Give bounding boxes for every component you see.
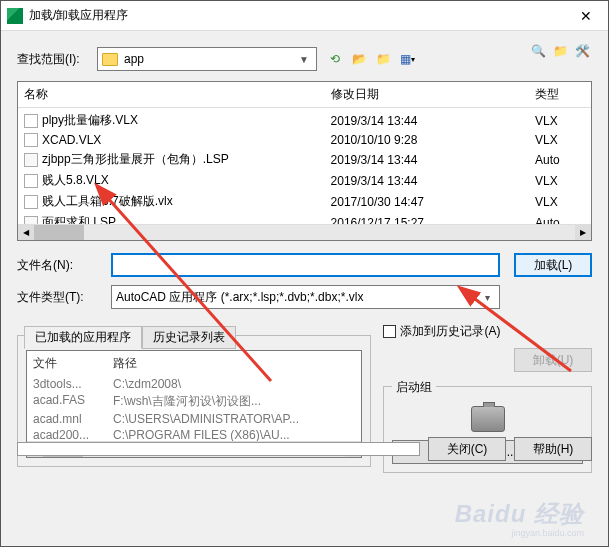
briefcase-icon[interactable] bbox=[471, 406, 505, 432]
scroll-right-icon[interactable]: ▶ bbox=[575, 225, 591, 240]
filetype-combo[interactable]: AutoCAD 应用程序 (*.arx;*.lsp;*.dvb;*.dbx;*.… bbox=[111, 285, 500, 309]
loaded-col-file: 文件 bbox=[33, 355, 113, 372]
file-name: zjbpp三角形批量展开（包角）.LSP bbox=[42, 151, 229, 168]
file-name: 面积求和.LSP bbox=[42, 214, 116, 224]
right-toolbar: 🔍 📁 🛠️ bbox=[528, 41, 592, 61]
file-icon bbox=[24, 153, 38, 167]
loaded-row[interactable]: acad.mnlC:\USERS\ADMINISTRATOR\AP... bbox=[33, 411, 355, 427]
file-icon bbox=[24, 216, 38, 225]
back-icon[interactable]: ⟲ bbox=[325, 49, 345, 69]
folder-icon bbox=[102, 53, 118, 66]
look-in-folder: app bbox=[124, 52, 296, 66]
watermark: Baidu 经验 bbox=[455, 498, 584, 530]
file-type: VLX bbox=[535, 114, 585, 128]
filetype-label: 文件类型(T): bbox=[17, 289, 97, 306]
col-name[interactable]: 名称 bbox=[24, 86, 331, 103]
app-icon bbox=[7, 8, 23, 24]
load-button[interactable]: 加载(L) bbox=[514, 253, 592, 277]
progress-bar bbox=[17, 442, 420, 456]
file-icon bbox=[24, 114, 38, 128]
chevron-down-icon: ▼ bbox=[296, 54, 312, 65]
scroll-left-icon[interactable]: ◀ bbox=[18, 225, 34, 240]
loaded-row[interactable]: acad.FASF:\wsh\吉隆河初设\初设图... bbox=[33, 392, 355, 411]
loaded-file: 3dtools... bbox=[33, 377, 113, 391]
col-date[interactable]: 修改日期 bbox=[331, 86, 535, 103]
filename-input[interactable] bbox=[111, 253, 500, 277]
close-window-button[interactable]: ✕ bbox=[563, 1, 608, 30]
file-date: 2010/10/10 9:28 bbox=[331, 133, 535, 147]
file-date: 2019/3/14 13:44 bbox=[331, 174, 535, 188]
filename-label: 文件名(N): bbox=[17, 257, 97, 274]
file-type: VLX bbox=[535, 133, 585, 147]
close-button[interactable]: 关闭(C) bbox=[428, 437, 506, 461]
find-icon[interactable]: 🔍 bbox=[528, 41, 548, 61]
loaded-path: C:\zdm2008\ bbox=[113, 377, 355, 391]
add-history-checkbox[interactable] bbox=[383, 325, 396, 338]
file-name: 贱人5.8.VLX bbox=[42, 172, 109, 189]
file-name: XCAD.VLX bbox=[42, 133, 101, 147]
col-type[interactable]: 类型 bbox=[535, 86, 585, 103]
chevron-down-icon: ▾ bbox=[479, 292, 495, 303]
new-folder-icon[interactable]: 📁 bbox=[373, 49, 393, 69]
watermark-sub: jingyan.baidu.com bbox=[511, 528, 584, 538]
unload-button: 卸载(U) bbox=[514, 348, 592, 372]
file-row[interactable]: plpy批量偏移.VLX2019/3/14 13:44VLX bbox=[24, 110, 585, 131]
tab-loaded[interactable]: 已加载的应用程序 bbox=[24, 326, 142, 349]
file-type: Auto bbox=[535, 216, 585, 225]
file-date: 2019/3/14 13:44 bbox=[331, 153, 535, 167]
view-icon[interactable]: ▦▾ bbox=[397, 49, 417, 69]
file-list[interactable]: 名称 修改日期 类型 plpy批量偏移.VLX2019/3/14 13:44VL… bbox=[17, 81, 592, 241]
loaded-file: acad.FAS bbox=[33, 393, 113, 410]
up-icon[interactable]: 📂 bbox=[349, 49, 369, 69]
file-type: VLX bbox=[535, 174, 585, 188]
loaded-path: F:\wsh\吉隆河初设\初设图... bbox=[113, 393, 355, 410]
startup-label: 启动组 bbox=[392, 379, 436, 396]
tab-history[interactable]: 历史记录列表 bbox=[142, 326, 236, 349]
file-date: 2017/10/30 14:47 bbox=[331, 195, 535, 209]
look-in-label: 查找范围(I): bbox=[17, 51, 97, 68]
file-type: VLX bbox=[535, 195, 585, 209]
file-icon bbox=[24, 174, 38, 188]
add-history-label: 添加到历史记录(A) bbox=[400, 323, 500, 340]
scroll-thumb[interactable] bbox=[34, 225, 84, 240]
file-row[interactable]: XCAD.VLX2010/10/10 9:28VLX bbox=[24, 131, 585, 149]
file-row[interactable]: 面积求和.LSP2016/12/17 15:27Auto bbox=[24, 212, 585, 224]
folder-tree-icon[interactable]: 📁 bbox=[550, 41, 570, 61]
file-row[interactable]: 贱人工具箱5.7破解版.vlx2017/10/30 14:47VLX bbox=[24, 191, 585, 212]
tools-icon[interactable]: 🛠️ bbox=[572, 41, 592, 61]
loaded-row[interactable]: 3dtools...C:\zdm2008\ bbox=[33, 376, 355, 392]
file-row[interactable]: zjbpp三角形批量展开（包角）.LSP2019/3/14 13:44Auto bbox=[24, 149, 585, 170]
file-date: 2016/12/17 15:27 bbox=[331, 216, 535, 225]
file-type: Auto bbox=[535, 153, 585, 167]
file-name: 贱人工具箱5.7破解版.vlx bbox=[42, 193, 173, 210]
file-list-header: 名称 修改日期 类型 bbox=[18, 82, 591, 108]
file-row[interactable]: 贱人5.8.VLX2019/3/14 13:44VLX bbox=[24, 170, 585, 191]
loaded-path: C:\USERS\ADMINISTRATOR\AP... bbox=[113, 412, 355, 426]
help-button[interactable]: 帮助(H) bbox=[514, 437, 592, 461]
titlebar: 加载/卸载应用程序 ✕ bbox=[1, 1, 608, 31]
look-in-combo[interactable]: app ▼ bbox=[97, 47, 317, 71]
file-icon bbox=[24, 195, 38, 209]
loaded-file: acad.mnl bbox=[33, 412, 113, 426]
file-date: 2019/3/14 13:44 bbox=[331, 114, 535, 128]
file-icon bbox=[24, 133, 38, 147]
loaded-col-path: 路径 bbox=[113, 355, 355, 372]
nav-toolbar: ⟲ 📂 📁 ▦▾ bbox=[325, 49, 417, 69]
file-name: plpy批量偏移.VLX bbox=[42, 112, 138, 129]
file-list-scrollbar[interactable]: ◀ ▶ bbox=[18, 224, 591, 240]
window-title: 加载/卸载应用程序 bbox=[29, 7, 563, 24]
